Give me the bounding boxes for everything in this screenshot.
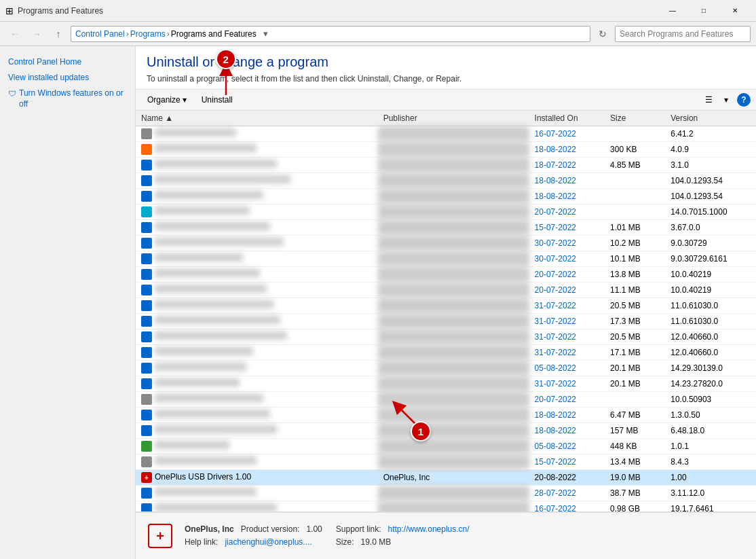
forward-button[interactable]: →	[27, 24, 46, 43]
col-header-size[interactable]: Size	[605, 111, 665, 126]
table-row[interactable]: blurred1120-07-202211.1 MB10.0.40219	[136, 283, 756, 298]
close-button[interactable]: ✕	[719, 0, 751, 22]
program-size: 10.2 MB	[605, 236, 665, 251]
search-input[interactable]	[615, 26, 751, 42]
program-name: blurred12	[155, 300, 273, 308]
table-row[interactable]: blurred1731-07-202220.1 MB14.23.27820.0	[136, 376, 756, 392]
table-row[interactable]: blurred318-07-20224.85 MB3.1.0	[136, 158, 756, 173]
program-size: 13.8 MB	[605, 267, 665, 283]
table-row[interactable]: blurred218-08-2022300 KB4.0.9	[136, 142, 756, 158]
table-row[interactable]: blurred418-08-2022104.0.1293.54	[136, 173, 756, 189]
program-name: blurred4	[155, 175, 290, 183]
col-header-version[interactable]: Version	[665, 111, 756, 126]
program-size: 1.01 MB	[605, 220, 665, 236]
table-row[interactable]: +OnePlus USB Drivers 1.00OnePlus, Inc20-…	[136, 470, 756, 486]
maximize-button[interactable]: □	[688, 0, 719, 22]
program-version: 1.3.0.50	[665, 408, 756, 423]
table-row[interactable]: blurred1605-08-202220.1 MB14.29.30139.0	[136, 361, 756, 376]
program-installed-date: 16-07-2022	[529, 126, 605, 142]
program-icon	[141, 144, 152, 155]
program-publisher	[378, 173, 529, 189]
program-icon	[141, 363, 152, 374]
program-name: blurred17	[155, 378, 240, 386]
table-row[interactable]: blurred2428-07-202238.7 MB3.11.12.0	[136, 486, 756, 501]
minimize-button[interactable]: —	[657, 0, 688, 22]
program-installed-date: 20-07-2022	[529, 204, 605, 220]
program-size	[605, 392, 665, 408]
refresh-button[interactable]: ↻	[593, 24, 612, 43]
program-name: blurred8	[155, 238, 284, 246]
program-name: blurred3	[155, 160, 277, 168]
status-size: Size: 19.0 MB	[336, 536, 470, 549]
program-version: 6.48.18.0	[665, 423, 756, 439]
program-publisher	[378, 361, 529, 376]
table-row[interactable]: blurred2018-08-2022157 MB6.48.18.0	[136, 423, 756, 439]
breadcrumb-item-2[interactable]: Programs	[130, 29, 166, 39]
col-header-name[interactable]: Name ▲	[136, 111, 378, 126]
table-row[interactable]: blurred116-07-20226.41.2	[136, 126, 756, 142]
program-icon	[141, 488, 152, 499]
program-icon: +	[141, 472, 152, 483]
program-publisher	[378, 329, 529, 345]
program-installed-date: 28-07-2022	[529, 486, 605, 501]
table-row[interactable]: blurred1531-07-202217.1 MB12.0.40660.0	[136, 345, 756, 361]
table-row[interactable]: blurred1918-08-20226.47 MB1.3.0.50	[136, 408, 756, 423]
table-area: Name ▲ Publisher Installed On Size Versi…	[136, 111, 756, 511]
program-publisher	[378, 158, 529, 173]
programs-table: Name ▲ Publisher Installed On Size Versi…	[136, 111, 756, 511]
table-row[interactable]: blurred2516-07-20220.98 GB19.1.7.6461	[136, 501, 756, 512]
program-publisher	[378, 486, 529, 501]
program-installed-date: 31-07-2022	[529, 376, 605, 392]
sidebar-item-view-installed-updates[interactable]: View installed updates	[0, 70, 135, 86]
program-version: 11.0.61030.0	[665, 314, 756, 329]
program-size: 6.47 MB	[605, 408, 665, 423]
program-name: blurred9	[155, 253, 243, 262]
view-dropdown-button[interactable]: ▾	[718, 92, 734, 108]
program-size: 157 MB	[605, 423, 665, 439]
table-row[interactable]: blurred620-07-202214.0.7015.1000	[136, 204, 756, 220]
program-name: blurred25	[155, 503, 277, 511]
program-size	[605, 126, 665, 142]
organize-button[interactable]: Organize ▾	[141, 92, 193, 108]
view-details-button[interactable]: ☰	[700, 92, 717, 108]
table-row[interactable]: blurred1331-07-202217.3 MB11.0.61030.0	[136, 314, 756, 329]
table-scroll[interactable]: Name ▲ Publisher Installed On Size Versi…	[136, 111, 756, 511]
table-row[interactable]: blurred518-08-2022104.0.1293.54	[136, 189, 756, 204]
help-button[interactable]: ?	[737, 93, 751, 107]
breadcrumb-dropdown[interactable]: ▾	[259, 26, 273, 42]
program-icon	[141, 425, 152, 436]
back-button[interactable]: ←	[5, 24, 24, 43]
table-row[interactable]: blurred1020-07-202213.8 MB10.0.40219	[136, 267, 756, 283]
program-version: 10.0.40219	[665, 267, 756, 283]
col-header-publisher[interactable]: Publisher	[378, 111, 529, 126]
program-installed-date: 16-07-2022	[529, 501, 605, 512]
program-icon	[141, 222, 152, 233]
separator-1: ›	[126, 29, 129, 39]
table-row[interactable]: blurred2105-08-2022448 KB1.0.1	[136, 439, 756, 454]
program-icon	[141, 316, 152, 327]
table-row[interactable]: blurred830-07-202210.2 MB9.0.30729	[136, 236, 756, 251]
col-header-installed[interactable]: Installed On	[529, 111, 605, 126]
table-row[interactable]: blurred930-07-202210.1 MB9.0.30729.6161	[136, 251, 756, 267]
sidebar-item-control-panel-home[interactable]: Control Panel Home	[0, 54, 135, 70]
uninstall-button[interactable]: Uninstall	[195, 92, 239, 108]
table-row[interactable]: blurred1431-07-202220.5 MB12.0.40660.0	[136, 329, 756, 345]
program-version: 11.0.61030.0	[665, 298, 756, 314]
table-row[interactable]: blurred2215-07-202213.4 MB8.4.3	[136, 454, 756, 470]
program-version: 12.0.40660.0	[665, 329, 756, 345]
view-buttons: ☰ ▾	[700, 92, 734, 108]
table-row[interactable]: blurred1231-07-202220.5 MB11.0.61030.0	[136, 298, 756, 314]
program-installed-date: 20-08-2022	[529, 470, 605, 486]
table-row[interactable]: blurred1820-07-202210.0.50903	[136, 392, 756, 408]
program-size: 13.4 MB	[605, 454, 665, 470]
sidebar-item-turn-windows-features[interactable]: 🛡 Turn Windows features on or off	[0, 86, 135, 113]
program-name: blurred6	[155, 206, 250, 215]
table-row[interactable]: blurred715-07-20221.01 MB3.67.0.0	[136, 220, 756, 236]
breadcrumb-item-1[interactable]: Control Panel	[75, 29, 125, 39]
program-installed-date: 05-08-2022	[529, 361, 605, 376]
up-button[interactable]: ↑	[49, 24, 68, 43]
status-publisher: OnePlus, Inc Product version: 1.00	[185, 523, 322, 536]
program-publisher	[378, 314, 529, 329]
program-version: 6.41.2	[665, 126, 756, 142]
program-publisher	[378, 298, 529, 314]
